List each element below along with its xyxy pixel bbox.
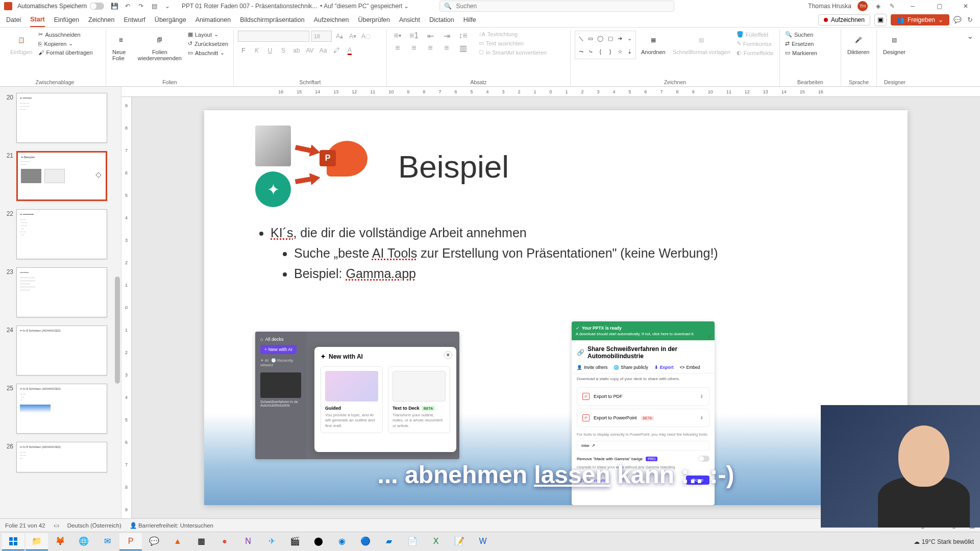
thumbnail-21[interactable]: 21 ▪▪ Beispiel — — —— — xyxy=(0,150,121,208)
minimize-button[interactable]: ─ xyxy=(902,0,923,12)
chrome-icon[interactable]: 🌐 xyxy=(72,533,95,550)
shrink-font-icon[interactable]: A▾ xyxy=(347,31,358,42)
shape-star-icon[interactable]: ☆ xyxy=(616,46,625,58)
tab-zeichnen[interactable]: Zeichnen xyxy=(88,13,114,27)
tab-uebergaenge[interactable]: Übergänge xyxy=(155,13,186,27)
designer-button[interactable]: ▧ Designer xyxy=(881,31,908,56)
app-icon[interactable]: ▰ xyxy=(378,533,400,550)
redo-icon[interactable]: ↷ xyxy=(137,2,145,10)
bold-button[interactable]: F xyxy=(238,45,249,56)
search-input[interactable] xyxy=(456,3,670,10)
layout-button[interactable]: ▦Layout⌄ xyxy=(187,31,229,38)
shape-arrow-icon[interactable]: ➔ xyxy=(616,32,625,45)
spellcheck-icon[interactable]: ▭ xyxy=(54,522,59,529)
clear-format-icon[interactable]: A◌ xyxy=(360,31,372,42)
shape-brace2-icon[interactable]: } xyxy=(605,46,615,58)
explorer-icon[interactable]: 📁 xyxy=(26,533,48,550)
shape-connector-icon[interactable]: ⤷ xyxy=(586,46,595,58)
tab-start[interactable]: Start xyxy=(30,13,44,27)
thumbnail-panel[interactable]: 20 ▪▪ ▪▪▪▪▪▪▪▪— — —— — —— — 21 ▪▪ Beispi… xyxy=(0,87,121,518)
app-icon[interactable]: 💬 xyxy=(143,533,165,550)
app-icon[interactable]: ● xyxy=(213,533,236,550)
shapes-gallery[interactable]: ＼ ▭ ◯ ▢ ➔ ⌄ ⤳ ⤷ { } ☆ ⇣ xyxy=(575,31,636,59)
excel-icon[interactable]: X xyxy=(425,533,447,550)
smartart-button[interactable]: ⬡In SmartArt konvertieren xyxy=(478,48,548,56)
tab-animationen[interactable]: Animationen xyxy=(195,13,231,27)
present-from-btn[interactable]: ▣ xyxy=(874,14,887,26)
pen-icon[interactable]: ✎ xyxy=(888,2,896,10)
app-icon[interactable]: 📄 xyxy=(401,533,424,550)
tab-ansicht[interactable]: Ansicht xyxy=(399,13,420,27)
justify-button[interactable]: ≡ xyxy=(440,43,453,53)
align-left-button[interactable]: ≡ xyxy=(391,43,404,53)
tab-aufzeichnen[interactable]: Aufzeichnen xyxy=(314,13,349,27)
thumbnail-20[interactable]: 20 ▪▪ ▪▪▪▪▪▪▪▪— — —— — —— — xyxy=(0,92,121,150)
firefox-icon[interactable]: 🦊 xyxy=(49,533,71,550)
obs-icon[interactable]: ⬤ xyxy=(307,533,330,550)
shape-more2-icon[interactable]: ⇣ xyxy=(625,46,634,58)
dictate-button[interactable]: 🎤 Diktieren xyxy=(845,31,871,56)
onenote-icon[interactable]: N xyxy=(237,533,259,550)
select-button[interactable]: ▭Markieren xyxy=(784,49,818,57)
effects-button[interactable]: ◐Formeffekte xyxy=(736,49,775,57)
slide-counter[interactable]: Folie 21 von 42 xyxy=(5,522,45,529)
tab-einfuegen[interactable]: Einfügen xyxy=(54,13,79,27)
shape-more-icon[interactable]: ⌄ xyxy=(625,32,634,45)
app-icon[interactable]: ▦ xyxy=(190,533,212,550)
notepad-icon[interactable]: 📝 xyxy=(448,533,471,550)
thumbnail-24[interactable]: 24 ▪▪ In 8 Schritten (ADVANCED) xyxy=(0,324,121,383)
vlc-icon[interactable]: ▲ xyxy=(166,533,189,550)
comments-icon[interactable]: 💬 xyxy=(953,16,962,24)
align-center-button[interactable]: ≡ xyxy=(407,43,421,53)
reuse-slides-button[interactable]: 🗐 Folien wiederverwenden xyxy=(136,31,184,62)
quick-styles-button[interactable]: ▨ Schnellformat-vorlagen xyxy=(671,31,732,56)
thumbnail-26[interactable]: 26 ▪▪ In 8 Schritten (ADVANCED)— —— —— xyxy=(0,441,121,480)
arrange-button[interactable]: ▦ Anordnen xyxy=(639,31,668,56)
save-icon[interactable]: 💾 xyxy=(110,2,118,10)
paste-button[interactable]: 📋 Einfügen xyxy=(8,31,34,56)
reset-button[interactable]: ↺Zurücksetzen xyxy=(187,40,229,47)
cut-button[interactable]: ✂Ausschneiden xyxy=(37,31,93,38)
tab-datei[interactable]: Datei xyxy=(6,13,21,27)
shape-curve-icon[interactable]: ⤳ xyxy=(576,46,585,58)
shadow-button[interactable]: ab xyxy=(291,45,302,56)
shape-brace-icon[interactable]: { xyxy=(596,46,605,58)
thumbnail-23[interactable]: 23 ▪▪▪▪▪▪▪▪—————————————————————————— xyxy=(0,266,121,324)
weather-widget[interactable]: ☁ 19°C Stark bewölkt xyxy=(914,538,974,545)
search-box[interactable]: 🔍 xyxy=(439,1,674,12)
underline-button[interactable]: U xyxy=(264,45,276,56)
font-size-select[interactable] xyxy=(311,31,332,42)
word-icon[interactable]: W xyxy=(472,533,494,550)
shape-roundrect-icon[interactable]: ▢ xyxy=(605,32,615,45)
language-status[interactable]: Deutsch (Österreich) xyxy=(67,522,121,529)
user-name[interactable]: Thomas Hruska xyxy=(808,3,851,10)
app-icon[interactable]: 🔵 xyxy=(354,533,377,550)
fill-button[interactable]: 🪣Fülleffekt xyxy=(736,31,775,38)
replace-button[interactable]: ⇄Ersetzen xyxy=(784,40,818,47)
autosave-toggle[interactable]: Automatisches Speichern xyxy=(17,3,104,10)
app-icon[interactable]: ◉ xyxy=(331,533,353,550)
find-button[interactable]: 🔍Suchen xyxy=(784,31,818,38)
user-avatar[interactable]: TH xyxy=(857,1,868,11)
document-title[interactable]: PPT 01 Roter Faden 007 - Präsentationste… xyxy=(182,3,317,10)
shape-oval-icon[interactable]: ◯ xyxy=(596,32,605,45)
new-slide-button[interactable]: 🗎 Neue Folie xyxy=(110,31,133,62)
columns-button[interactable]: ▥ xyxy=(456,43,470,53)
numbering-button[interactable]: ≡1 xyxy=(407,31,421,41)
format-painter-button[interactable]: 🖌Format übertragen xyxy=(37,49,93,56)
telegram-icon[interactable]: ✈ xyxy=(260,533,283,550)
align-right-button[interactable]: ≡ xyxy=(424,43,437,53)
share-button[interactable]: 👥Freigeben⌄ xyxy=(891,14,949,26)
undo-icon[interactable]: ↶ xyxy=(124,2,132,10)
diamond-icon[interactable]: ◈ xyxy=(874,2,882,10)
qat-chevron-icon[interactable]: ⌄ xyxy=(163,2,172,10)
slide-canvas[interactable]: ✦ Beispiel KI´s, die dir die vollständig… xyxy=(204,110,908,505)
app-icon[interactable]: 🎬 xyxy=(284,533,306,550)
autosave-switch[interactable] xyxy=(90,3,104,10)
grow-font-icon[interactable]: A▴ xyxy=(334,31,345,42)
strike-button[interactable]: S xyxy=(278,45,289,56)
outline-button[interactable]: ✎Formkontur xyxy=(736,40,775,47)
italic-button[interactable]: K xyxy=(251,45,262,56)
tab-dictation[interactable]: Dictation xyxy=(429,13,454,27)
spacing-button[interactable]: AV xyxy=(304,45,315,56)
